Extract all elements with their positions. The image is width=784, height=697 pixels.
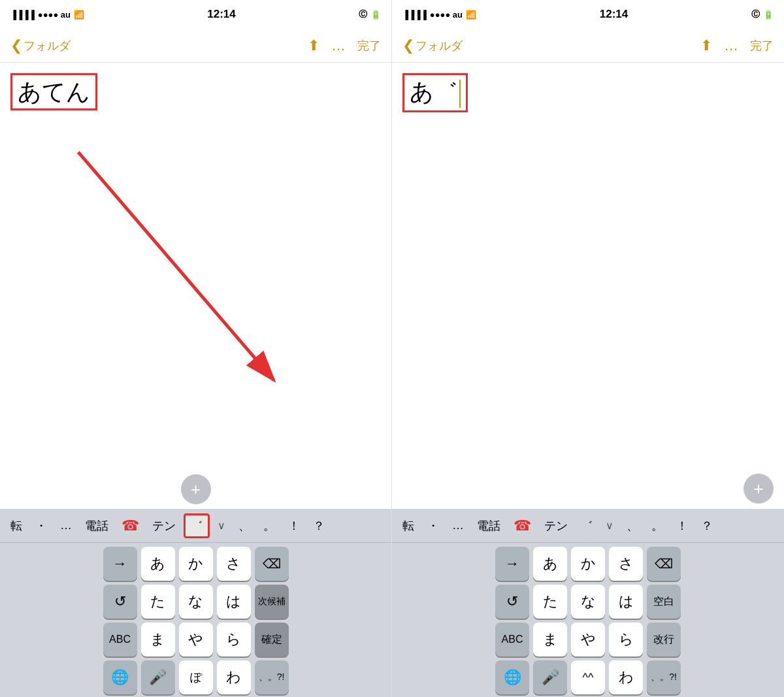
left-sug-dot[interactable]: ・ — [30, 515, 52, 536]
left-key-ka[interactable]: か — [179, 547, 213, 581]
left-keyboard: 転 ・ … 電話 ☎ テン ゛ ∨ 、 。 ！ ？ → あ か さ ⌫ — [0, 509, 391, 697]
annotation-arrow — [0, 63, 391, 470]
left-key-ha[interactable]: は — [217, 585, 251, 619]
left-note-text: あてん — [18, 78, 90, 105]
left-key-row-4: 🌐 🎤 ぽ わ 、。?! — [3, 660, 389, 694]
left-done-button[interactable]: 完了 — [357, 38, 381, 54]
left-sug-ten2[interactable]: テン — [147, 515, 181, 536]
right-suggestions-row: 転 ・ … 電話 ☎ テン ゛ ∨ 、 。 ！ ？ — [392, 509, 784, 543]
left-sug-phone-icon[interactable]: ☎ — [116, 515, 144, 537]
right-sug-ellipsis[interactable]: … — [447, 516, 469, 535]
right-key-abc[interactable]: ABC — [495, 623, 529, 656]
left-key-ma[interactable]: ま — [141, 623, 175, 656]
left-key-globe[interactable]: 🌐 — [103, 660, 137, 694]
right-done-button[interactable]: 完了 — [750, 38, 774, 54]
right-key-hat[interactable]: ^^ — [571, 660, 605, 694]
left-sug-check[interactable]: ∨ — [212, 517, 231, 534]
left-key-ra[interactable]: ら — [217, 623, 251, 656]
right-key-arrow-right[interactable]: → — [495, 547, 529, 581]
right-key-space[interactable]: 空白 — [647, 585, 681, 619]
right-nav-bar: ❮ フォルダ ⬆︎ … 完了 — [392, 29, 784, 63]
right-sug-question[interactable]: ？ — [696, 515, 718, 536]
right-key-row-1: → あ か さ ⌫ — [395, 547, 781, 581]
right-sug-dot[interactable]: ・ — [422, 515, 444, 536]
left-chevron-left-icon: ❮ — [10, 37, 22, 54]
left-key-backspace[interactable]: ⌫ — [255, 547, 289, 581]
left-note-text-box: あてん — [10, 73, 97, 110]
right-key-ka[interactable]: か — [571, 547, 605, 581]
right-share-icon[interactable]: ⬆︎ — [700, 37, 712, 54]
left-bottom-bar: + — [0, 470, 391, 509]
right-back-button[interactable]: ❮ フォルダ — [402, 37, 463, 54]
left-key-na[interactable]: な — [179, 585, 213, 619]
left-key-kakutei[interactable]: 確定 — [255, 623, 289, 656]
left-key-arrow-right[interactable]: → — [103, 547, 137, 581]
right-sug-dakuten[interactable]: ゛ — [576, 515, 598, 536]
right-sug-period[interactable]: 。 — [646, 515, 668, 536]
right-chevron-left-icon: ❮ — [402, 37, 414, 54]
right-key-mic[interactable]: 🎤 — [533, 660, 567, 694]
left-status-bar: ▐▐▐▐ ●●●● au 📶 12:14 Ⓒ 🔋 — [0, 0, 391, 29]
right-key-row-4: 🌐 🎤 ^^ わ 、。?! — [395, 660, 781, 694]
right-note-text-box: あ゛ — [402, 73, 468, 112]
left-sug-exclaim[interactable]: ！ — [283, 515, 305, 536]
right-key-a[interactable]: あ — [533, 547, 567, 581]
right-nav-actions: ⬆︎ … 完了 — [700, 37, 774, 54]
left-key-undo[interactable]: ↺ — [103, 585, 137, 619]
right-sug-comma[interactable]: 、 — [621, 515, 644, 536]
left-sug-dakuten[interactable]: ゛ — [184, 513, 210, 538]
left-key-row-3: ABC ま や ら 確定 — [3, 623, 389, 656]
right-key-undo[interactable]: ↺ — [495, 585, 529, 619]
right-sug-ten2[interactable]: テン — [539, 515, 573, 536]
right-sug-denwa-text[interactable]: 電話 — [472, 515, 506, 536]
right-key-ma[interactable]: ま — [533, 623, 567, 656]
left-key-wa[interactable]: わ — [217, 660, 251, 694]
right-key-ha[interactable]: は — [609, 585, 643, 619]
left-sug-ellipsis[interactable]: … — [55, 516, 77, 535]
left-key-punctuation[interactable]: 、。?! — [255, 660, 289, 694]
right-more-icon[interactable]: … — [724, 37, 738, 54]
left-sug-denwa-text[interactable]: 電話 — [80, 515, 114, 536]
left-key-ya[interactable]: や — [179, 623, 213, 656]
right-key-row-2: ↺ た な は 空白 — [395, 585, 781, 619]
right-bottom-bar: + — [392, 470, 784, 509]
left-back-button[interactable]: ❮ フォルダ — [10, 37, 71, 54]
right-key-ta[interactable]: た — [533, 585, 567, 619]
right-sug-exclaim[interactable]: ！ — [671, 515, 693, 536]
left-key-jikouho[interactable]: 次候補 — [255, 585, 289, 619]
left-key-abc[interactable]: ABC — [103, 623, 137, 656]
left-share-icon[interactable]: ⬆︎ — [308, 37, 319, 54]
left-sug-question[interactable]: ？ — [308, 515, 330, 536]
left-sug-period[interactable]: 。 — [258, 515, 280, 536]
right-key-ya[interactable]: や — [571, 623, 605, 656]
right-key-backspace[interactable]: ⌫ — [647, 547, 681, 581]
left-key-mic[interactable]: 🎤 — [141, 660, 175, 694]
right-key-wa[interactable]: わ — [609, 660, 643, 694]
right-key-ra[interactable]: ら — [609, 623, 643, 656]
right-note-content[interactable]: あ゛ — [392, 63, 784, 470]
left-battery-icon: 🔋 — [370, 10, 381, 20]
left-copyright-icon: Ⓒ — [359, 8, 367, 20]
left-sug-ten[interactable]: 転 — [5, 515, 27, 536]
left-key-row-2: ↺ た な は 次候補 — [3, 585, 389, 619]
left-key-a[interactable]: あ — [141, 547, 175, 581]
right-key-punctuation[interactable]: 、。?! — [647, 660, 681, 694]
right-signal-bars: ▐▐▐▐ — [402, 10, 427, 20]
left-status-right: Ⓒ 🔋 — [359, 8, 381, 20]
left-key-sa[interactable]: さ — [217, 547, 251, 581]
left-key-ta[interactable]: た — [141, 585, 175, 619]
right-key-return[interactable]: 改行 — [647, 623, 681, 656]
right-key-globe[interactable]: 🌐 — [495, 660, 529, 694]
right-sug-check[interactable]: ∨ — [600, 517, 619, 534]
right-key-na[interactable]: な — [571, 585, 605, 619]
right-plus-button[interactable]: + — [743, 474, 774, 504]
left-more-icon[interactable]: … — [331, 37, 346, 54]
left-key-po[interactable]: ぽ — [179, 660, 213, 694]
left-plus-button[interactable]: + — [181, 474, 211, 504]
right-copyright-icon: Ⓒ — [751, 8, 760, 20]
right-sug-phone-icon[interactable]: ☎ — [508, 515, 536, 537]
right-key-sa[interactable]: さ — [609, 547, 643, 581]
left-sug-comma[interactable]: 、 — [233, 515, 255, 536]
right-sug-ten[interactable]: 転 — [397, 515, 419, 536]
left-note-content[interactable]: あてん — [0, 63, 391, 470]
